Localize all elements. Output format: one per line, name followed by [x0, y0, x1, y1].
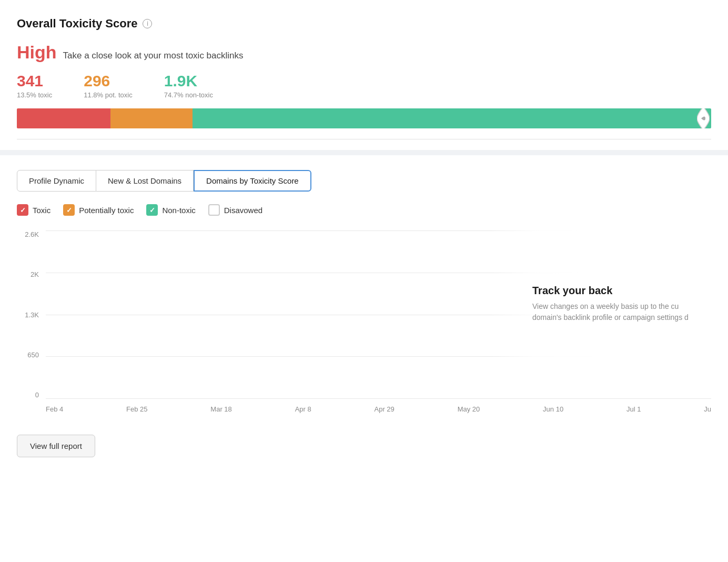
- stat-toxic: 341 13.5% toxic: [17, 72, 52, 99]
- toxicity-bar: [17, 108, 711, 128]
- y-label-2: 1.3K: [25, 311, 39, 319]
- tab-profile-dynamic[interactable]: Profile Dynamic: [17, 170, 96, 192]
- y-label-4: 0: [35, 391, 39, 399]
- filters-row: ✓ Toxic ✓ Potentially toxic ✓ Non-toxic …: [17, 204, 711, 216]
- filter-pot-toxic-label: Potentially toxic: [79, 206, 134, 215]
- upsell-title: Track your back: [532, 285, 701, 297]
- y-label-3: 650: [27, 351, 39, 359]
- x-label-7: Jul 1: [626, 405, 641, 413]
- stat-non-toxic-value: 1.9K: [164, 72, 213, 90]
- x-label-3: Apr 8: [295, 405, 311, 413]
- x-label-1: Feb 25: [126, 405, 147, 413]
- upsell-desc: View changes on a weekly basis up to the…: [532, 301, 701, 323]
- tabs-row: Profile Dynamic New & Lost Domains Domai…: [17, 170, 711, 192]
- chart-body: Track your back View changes on a weekly…: [46, 230, 711, 399]
- checkbox-pot-toxic-check: ✓: [66, 207, 72, 214]
- stat-non-toxic: 1.9K 74.7% non-toxic: [164, 72, 213, 99]
- bottom-section: View full report: [17, 420, 711, 470]
- x-label-0: Feb 4: [46, 405, 63, 413]
- grid-line-bottom: [46, 398, 711, 399]
- x-label-4: Apr 29: [375, 405, 395, 413]
- checkbox-disavowed[interactable]: [208, 204, 220, 216]
- checkbox-non-toxic-check: ✓: [149, 207, 155, 214]
- filter-disavowed[interactable]: Disavowed: [208, 204, 262, 216]
- filter-toxic[interactable]: ✓ Toxic: [17, 204, 50, 216]
- title-row: Overall Toxicity Score i: [17, 17, 711, 31]
- filter-disavowed-label: Disavowed: [224, 206, 262, 215]
- stat-toxic-value: 341: [17, 72, 52, 90]
- view-full-report-button[interactable]: View full report: [17, 435, 95, 457]
- tab-new-lost-domains[interactable]: New & Lost Domains: [96, 170, 194, 192]
- chart-x-labels: Feb 4 Feb 25 Mar 18 Apr 8 Apr 29 May 20 …: [46, 401, 711, 420]
- checkbox-toxic[interactable]: ✓: [17, 204, 28, 216]
- checkbox-pot-toxic[interactable]: ✓: [63, 204, 75, 216]
- chart-y-labels: 2.6K 2K 1.3K 650 0: [17, 230, 43, 399]
- header-section: Overall Toxicity Score i High Take a clo…: [17, 17, 711, 139]
- tab-domains-by-toxicity[interactable]: Domains by Toxicity Score: [194, 170, 311, 192]
- upsell-overlay: Track your back View changes on a weekly…: [490, 230, 711, 377]
- severity-desc: Take a close look at your most toxic bac…: [63, 51, 244, 61]
- filter-toxic-label: Toxic: [33, 206, 50, 215]
- x-label-2: Mar 18: [210, 405, 231, 413]
- stat-pot-toxic-value: 296: [84, 72, 133, 90]
- x-label-8: Ju: [704, 405, 711, 413]
- info-icon[interactable]: i: [143, 19, 152, 28]
- bar-pot-toxic-segment: [110, 108, 193, 128]
- severity-row: High Take a close look at your most toxi…: [17, 42, 711, 63]
- checkbox-non-toxic[interactable]: ✓: [146, 204, 158, 216]
- filter-non-toxic-label: Non-toxic: [162, 206, 195, 215]
- y-label-1: 2K: [31, 270, 39, 278]
- bar-toxic-segment: [17, 108, 110, 128]
- bar-non-toxic-segment: [193, 108, 711, 128]
- checkbox-toxic-check: ✓: [20, 207, 26, 214]
- page-title: Overall Toxicity Score: [17, 17, 137, 31]
- x-label-6: Jun 10: [543, 405, 563, 413]
- stat-non-toxic-label: 74.7% non-toxic: [164, 91, 213, 99]
- stat-pot-toxic: 296 11.8% pot. toxic: [84, 72, 133, 99]
- stat-pot-toxic-label: 11.8% pot. toxic: [84, 91, 133, 99]
- filter-pot-toxic[interactable]: ✓ Potentially toxic: [63, 204, 134, 216]
- severity-label: High: [17, 42, 57, 63]
- section-divider: [0, 150, 728, 155]
- stats-row: 341 13.5% toxic 296 11.8% pot. toxic 1.9…: [17, 72, 711, 99]
- stat-toxic-label: 13.5% toxic: [17, 91, 52, 99]
- bar-marker: [695, 108, 711, 128]
- x-label-5: May 20: [458, 405, 480, 413]
- chart-area: 2.6K 2K 1.3K 650 0 Track your back View …: [17, 230, 711, 420]
- filter-non-toxic[interactable]: ✓ Non-toxic: [146, 204, 195, 216]
- y-label-0: 2.6K: [25, 230, 39, 238]
- tabs-section: Profile Dynamic New & Lost Domains Domai…: [17, 155, 711, 420]
